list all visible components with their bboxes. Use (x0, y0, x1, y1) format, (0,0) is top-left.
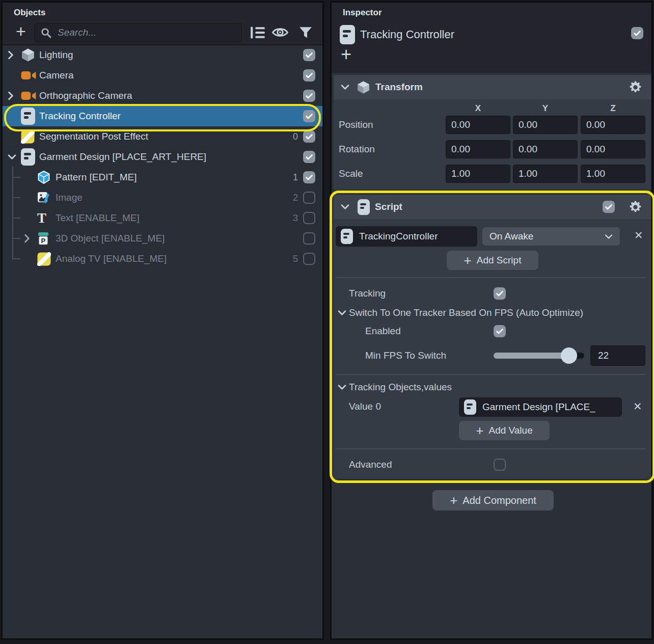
tree-item-analog-tv[interactable]: Analog TV [ENABLE_ME] 5 (3, 249, 322, 269)
gear-icon[interactable] (628, 200, 643, 217)
tree-item-3d-object[interactable]: P 3D Object [ENABLE_ME] (3, 228, 322, 249)
svg-text:P: P (41, 237, 46, 245)
enabled-checkbox[interactable] (494, 325, 506, 337)
scale-label: Scale (339, 167, 363, 181)
rotation-label: Rotation (339, 142, 375, 156)
tree-item-label: Tracking Controller (39, 111, 121, 122)
chevron-down-icon (605, 234, 613, 239)
visibility-checkbox[interactable] (303, 232, 315, 245)
rotation-x-input[interactable]: 0.00 (446, 140, 510, 158)
tree-item-label: Garment Design [PLACE_ART_HERE] (39, 151, 206, 163)
chevron-right-icon[interactable] (8, 50, 21, 60)
eye-icon[interactable] (271, 26, 289, 41)
tree-item-pattern[interactable]: Pattern [EDIT_ME] 1 (3, 167, 322, 187)
object-search-box[interactable] (34, 23, 242, 42)
visibility-checkbox[interactable] (303, 151, 315, 163)
advanced-checkbox[interactable] (494, 459, 506, 471)
visibility-checkbox[interactable] (303, 69, 315, 82)
value0-object-name: Garment Design [PLACE_ (482, 401, 595, 413)
post-effect-icon (37, 252, 56, 266)
rotation-z-input[interactable]: 0.00 (581, 140, 645, 158)
tree-item-orthographic-camera[interactable]: Orthographic Camera (3, 86, 322, 106)
render-order: 3 (284, 213, 298, 224)
add-script-button[interactable]: + Add Script (447, 251, 538, 270)
plus-icon: + (341, 44, 351, 65)
tree-item-camera[interactable]: Camera (3, 65, 322, 86)
gear-icon[interactable] (628, 80, 643, 97)
search-input[interactable] (57, 26, 222, 39)
min-fps-label: Min FPS To Switch (365, 348, 446, 363)
chevron-down-icon[interactable] (8, 154, 21, 160)
pattern-cube-icon (37, 170, 56, 184)
scale-z-input[interactable]: 1.00 (581, 165, 645, 183)
visibility-checkbox[interactable] (303, 110, 315, 122)
position-x-input[interactable]: 0.00 (446, 116, 510, 134)
close-icon[interactable]: ✕ (633, 400, 642, 413)
tree-item-lighting[interactable]: Lighting (3, 45, 322, 65)
slider-handle[interactable] (561, 347, 577, 364)
min-fps-input[interactable]: 22 (590, 345, 645, 366)
chevron-down-icon[interactable] (338, 310, 346, 316)
tracking-checkbox[interactable] (494, 287, 506, 300)
value0-label: Value 0 (349, 399, 381, 414)
scale-y-input[interactable]: 1.00 (513, 165, 578, 183)
render-order: 1 (284, 172, 298, 183)
visibility-checkbox[interactable] (303, 253, 315, 265)
divider (336, 277, 646, 278)
visibility-checkbox[interactable] (303, 171, 315, 183)
transform-component: Transform X Y Z Position 0.00 0.00 0.00 … (334, 75, 651, 190)
tree-item-garment-design[interactable]: Garment Design [PLACE_ART_HERE] (3, 147, 322, 167)
visibility-checkbox[interactable] (303, 90, 315, 102)
inspector-header: Inspector Tracking Controller + (332, 3, 651, 73)
plus-icon: + (16, 21, 26, 41)
tree-view-icon[interactable] (250, 26, 265, 41)
objects-panel-title: Objects (14, 8, 45, 18)
transform-cube-icon (357, 81, 370, 94)
add-component-label: Add Component (462, 495, 536, 506)
script-icon (21, 148, 39, 166)
visibility-checkbox[interactable] (303, 192, 315, 204)
tree-item-segmentation-post-effect[interactable]: Segmentation Post Effect 0 (3, 126, 322, 147)
chevron-right-icon[interactable] (8, 91, 21, 100)
object-enabled-checkbox[interactable] (631, 27, 643, 39)
visibility-checkbox[interactable] (303, 212, 315, 224)
objects-panel-header: Objects + (3, 3, 322, 45)
script-icon (341, 229, 353, 244)
script-asset-chip[interactable]: TrackingController (336, 226, 477, 247)
add-component-button[interactable]: + Add Component (432, 490, 554, 511)
tree-item-label: Text [ENABLE_ME] (56, 212, 140, 224)
plus-icon: + (464, 255, 472, 265)
image-icon (37, 191, 56, 204)
tracking-objects-label: Tracking Objects,values (349, 380, 452, 394)
axis-label-x: X (446, 103, 510, 114)
tree-item-image[interactable]: Image 2 (3, 187, 322, 208)
script-icon (340, 25, 355, 44)
chevron-down-icon[interactable] (341, 84, 349, 90)
scale-x-input[interactable]: 1.00 (446, 165, 510, 183)
slider-track-filled[interactable] (494, 353, 570, 359)
tracking-label: Tracking (349, 286, 386, 301)
render-order: 5 (284, 254, 298, 264)
enabled-label: Enabled (365, 324, 401, 338)
add-object-button[interactable]: + (16, 24, 26, 39)
close-icon[interactable]: ✕ (634, 229, 643, 242)
add-component-plus-button[interactable]: + (341, 47, 351, 63)
chevron-down-icon[interactable] (341, 204, 349, 210)
tree-item-tracking-controller[interactable]: Tracking Controller (3, 106, 322, 126)
position-y-input[interactable]: 0.00 (513, 116, 578, 134)
rotation-y-input[interactable]: 0.00 (513, 140, 578, 158)
add-value-button[interactable]: + Add Value (459, 421, 550, 440)
filter-icon[interactable] (299, 26, 312, 41)
chevron-right-icon[interactable] (24, 234, 37, 243)
script-enabled-checkbox[interactable] (603, 201, 615, 213)
visibility-checkbox[interactable] (303, 49, 315, 61)
script-event-dropdown[interactable]: On Awake (482, 227, 620, 246)
text-icon: T (37, 211, 56, 225)
visibility-checkbox[interactable] (303, 130, 315, 143)
position-label: Position (339, 118, 373, 132)
value0-object-chip[interactable]: Garment Design [PLACE_ (459, 397, 622, 417)
position-z-input[interactable]: 0.00 (581, 116, 645, 134)
tree-item-text[interactable]: T Text [ENABLE_ME] 3 (3, 208, 322, 228)
add-script-label: Add Script (477, 255, 522, 266)
chevron-down-icon[interactable] (338, 384, 346, 390)
